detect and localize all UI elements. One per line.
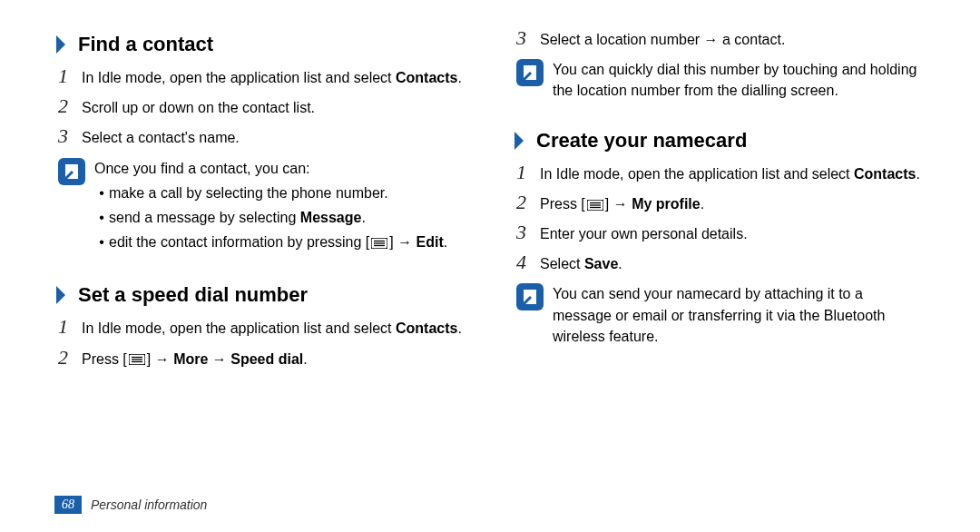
- step-number: 2: [516, 192, 540, 213]
- step-item: 2 Scroll up or down on the contact list.: [54, 95, 467, 118]
- heading-find-contact: Find a contact: [54, 33, 467, 56]
- step-body: Enter your own personal details.: [540, 222, 748, 244]
- text: In Idle mode, open the application list …: [540, 166, 854, 182]
- step-body: In Idle mode, open the application list …: [82, 316, 462, 339]
- heading-namecard: Create your namecard: [513, 129, 926, 153]
- text: ] →: [147, 351, 173, 367]
- step-body: Select a contact's name.: [82, 125, 240, 148]
- bullet-text: make a call by selecting the phone numbe…: [109, 182, 388, 203]
- note-block: You can quickly dial this number by touc…: [513, 57, 926, 101]
- bold-text: Edit: [416, 234, 444, 250]
- step-item: 1 In Idle mode, open the application lis…: [513, 162, 926, 184]
- bold-text: Contacts: [396, 320, 457, 336]
- bullet-text: edit the contact information by pressing…: [109, 232, 447, 252]
- text: .: [618, 256, 622, 271]
- bullet-dot: •: [94, 232, 109, 252]
- bold-text: My profile: [632, 196, 701, 212]
- step-number: 3: [516, 27, 540, 49]
- heading-text: Find a contact: [78, 33, 213, 56]
- step-item: 2 Press [] → My profile.: [513, 192, 926, 214]
- text: edit the contact information by pressing…: [109, 234, 369, 250]
- note-block: You can send your namecard by attaching …: [513, 281, 926, 347]
- heading-text: Create your namecard: [536, 129, 747, 153]
- bold-text: Message: [300, 210, 362, 225]
- bullet-item: • make a call by selecting the phone num…: [94, 182, 447, 203]
- menu-icon: [371, 238, 387, 249]
- note-icon: [516, 59, 544, 86]
- step-body: In Idle mode, open the application list …: [82, 65, 462, 88]
- bullet-dot: •: [94, 182, 109, 203]
- bold-text: More → Speed dial: [173, 351, 303, 367]
- note-block: Once you find a contact, you can: • make…: [54, 156, 467, 257]
- text: Select: [540, 256, 584, 271]
- step-item: 1 In Idle mode, open the application lis…: [54, 316, 467, 339]
- bold-text: Contacts: [854, 166, 916, 182]
- menu-icon: [587, 200, 603, 211]
- step-body: Select Save.: [540, 251, 622, 274]
- text: .: [444, 234, 447, 250]
- chevron-icon: [54, 35, 69, 54]
- right-column: 3 Select a location number → a contact. …: [513, 27, 926, 472]
- text: In Idle mode, open the application list …: [82, 70, 396, 85]
- step-body: In Idle mode, open the application list …: [540, 162, 920, 184]
- left-column: Find a contact 1 In Idle mode, open the …: [54, 27, 467, 472]
- step-item: 2 Press [] → More → Speed dial.: [54, 347, 467, 369]
- text: Press [: [82, 351, 127, 367]
- text: .: [457, 70, 461, 85]
- step-item: 3 Enter your own personal details.: [513, 222, 926, 244]
- menu-icon: [129, 354, 145, 365]
- step-body: Scroll up or down on the contact list.: [82, 95, 315, 118]
- text: send a message by selecting: [109, 210, 300, 225]
- step-number: 3: [516, 222, 540, 243]
- text: .: [916, 166, 919, 182]
- chevron-icon: [513, 132, 527, 150]
- step-number: 2: [58, 95, 82, 117]
- note-body: You can quickly dial this number by touc…: [553, 57, 926, 101]
- text: In Idle mode, open the application list …: [82, 320, 396, 336]
- step-body: Press [] → More → Speed dial.: [82, 347, 308, 369]
- page-footer: 68 Personal information: [54, 496, 207, 514]
- bullet-text: send a message by selecting Message.: [109, 207, 366, 228]
- chevron-icon: [54, 286, 69, 304]
- text: .: [361, 210, 365, 225]
- step-item: 3 Select a location number → a contact.: [513, 27, 926, 50]
- text: Press [: [540, 196, 585, 212]
- note-body: You can send your namecard by attaching …: [553, 281, 926, 347]
- note-intro: Once you find a contact, you can:: [94, 158, 447, 179]
- bullet-dot: •: [94, 207, 109, 228]
- step-number: 3: [58, 125, 82, 147]
- note-icon: [516, 283, 544, 310]
- step-number: 1: [58, 316, 82, 338]
- heading-speed-dial: Set a speed dial number: [54, 283, 467, 307]
- note-body: Once you find a contact, you can: • make…: [94, 156, 447, 257]
- step-item: 3 Select a contact's name.: [54, 125, 467, 148]
- step-body: Press [] → My profile.: [540, 192, 704, 214]
- text: ] →: [389, 234, 416, 250]
- step-number: 2: [58, 347, 82, 369]
- step-item: 1 In Idle mode, open the application lis…: [54, 65, 467, 88]
- footer-section-name: Personal information: [91, 498, 207, 512]
- step-number: 4: [516, 251, 540, 273]
- text: ] →: [605, 196, 632, 212]
- step-body: Select a location number → a contact.: [540, 27, 785, 50]
- page-number: 68: [54, 496, 82, 514]
- bold-text: Contacts: [396, 70, 457, 85]
- heading-text: Set a speed dial number: [78, 283, 308, 307]
- text: .: [701, 196, 704, 212]
- step-number: 1: [516, 162, 540, 183]
- note-icon: [58, 158, 85, 185]
- step-number: 1: [58, 65, 82, 87]
- bold-text: Save: [584, 256, 618, 271]
- bullet-item: • edit the contact information by pressi…: [94, 232, 447, 252]
- text: .: [457, 320, 461, 336]
- step-item: 4 Select Save.: [513, 251, 926, 274]
- bullet-item: • send a message by selecting Message.: [94, 207, 447, 228]
- text: .: [303, 351, 307, 367]
